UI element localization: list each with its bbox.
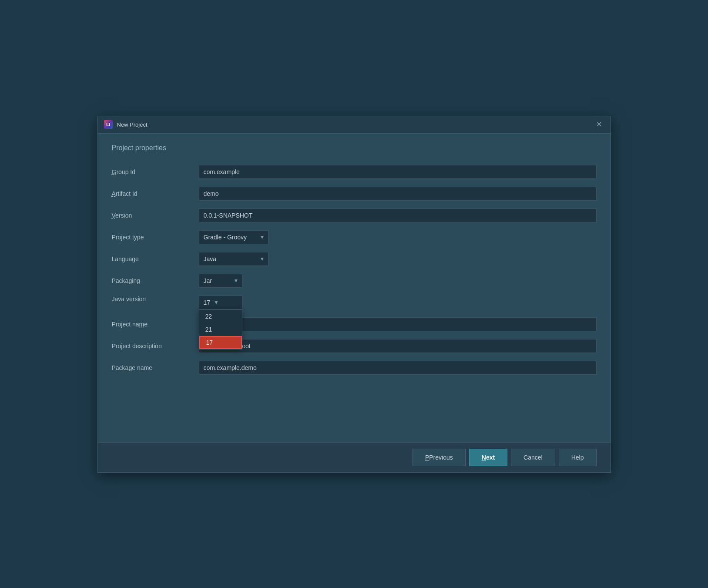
close-button[interactable]: ✕: [594, 120, 604, 129]
java-version-trigger[interactable]: 17 ▼: [199, 296, 242, 309]
packaging-select-container: Jar War ▼: [199, 274, 242, 288]
package-name-row: Package name: [112, 360, 597, 376]
project-name-row: Project name: [112, 316, 597, 332]
packaging-label: Packaging: [112, 277, 199, 284]
java-version-arrow: ▼: [214, 299, 219, 306]
new-project-dialog: IJ New Project ✕ Project properties Grou…: [97, 116, 611, 473]
dialog-footer: PPrevious Next Cancel Help: [98, 442, 611, 472]
language-label: Language: [112, 255, 199, 262]
java-version-row: Java version 17 ▼ 22 21 17: [112, 295, 597, 310]
dialog-title: New Project: [117, 121, 589, 128]
package-name-label: Package name: [112, 364, 199, 371]
packaging-select[interactable]: Jar War: [199, 274, 242, 288]
artifact-id-label: Artifact Id: [112, 190, 199, 197]
dialog-titlebar: IJ New Project ✕: [98, 116, 611, 134]
language-select-container: Java Kotlin Groovy ▼: [199, 252, 268, 266]
version-input[interactable]: [199, 208, 597, 222]
java-version-option-22[interactable]: 22: [199, 310, 242, 323]
project-name-input[interactable]: [199, 317, 597, 331]
section-title: Project properties: [112, 144, 597, 152]
project-type-select[interactable]: Gradle - Groovy Gradle - Kotlin Maven: [199, 230, 268, 244]
java-version-dropdown: 22 21 17: [199, 309, 242, 349]
artifact-id-row: Artifact Id: [112, 186, 597, 202]
java-version-option-21[interactable]: 21: [199, 323, 242, 336]
version-label: Version: [112, 212, 199, 219]
project-type-label: Project type: [112, 234, 199, 241]
java-version-current: 17: [204, 299, 211, 306]
packaging-row: Packaging Jar War ▼: [112, 273, 597, 289]
language-row: Language Java Kotlin Groovy ▼: [112, 251, 597, 267]
project-type-row: Project type Gradle - Groovy Gradle - Ko…: [112, 229, 597, 245]
group-id-input[interactable]: [199, 165, 597, 179]
group-id-row: Group Id: [112, 164, 597, 180]
version-row: Version: [112, 208, 597, 223]
dialog-body: Project properties Group Id Artifact Id …: [98, 134, 611, 442]
project-description-label: Project description: [112, 343, 199, 349]
next-button[interactable]: Next: [469, 449, 507, 466]
cancel-button[interactable]: Cancel: [511, 449, 555, 466]
java-version-label: Java version: [112, 296, 199, 302]
app-icon: IJ: [104, 120, 113, 129]
previous-button[interactable]: PPrevious: [413, 449, 466, 466]
java-version-dropdown-container: 17 ▼ 22 21 17: [199, 296, 242, 309]
package-name-input[interactable]: [199, 361, 597, 375]
java-version-option-17[interactable]: 17: [199, 336, 242, 349]
language-select[interactable]: Java Kotlin Groovy: [199, 252, 268, 266]
group-id-label: Group Id: [112, 168, 199, 175]
help-button[interactable]: Help: [559, 449, 597, 466]
artifact-id-input[interactable]: [199, 187, 597, 201]
project-description-row: Project description: [112, 338, 597, 354]
project-type-select-container: Gradle - Groovy Gradle - Kotlin Maven ▼: [199, 230, 268, 244]
project-description-input[interactable]: [199, 339, 597, 353]
project-name-label: Project name: [112, 321, 199, 328]
